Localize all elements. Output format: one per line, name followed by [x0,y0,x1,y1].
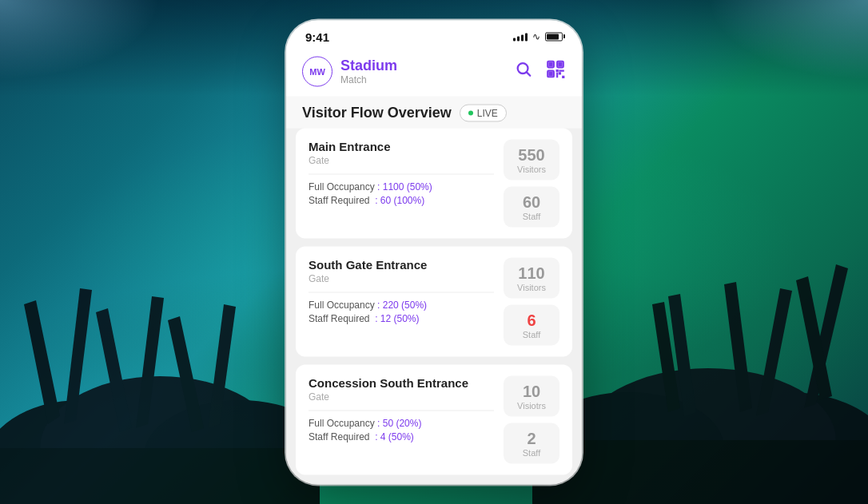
phone-mockup: 9:41 ∿ MW Stadium Match [286,20,582,484]
card-left-2: South Gate Entrance Gate Full Occupancy … [309,257,494,345]
card-right-3: 10 Visiotrs 2 Staff [504,375,559,463]
staff-row-1: Staff Required : 60 (100%) [309,194,494,205]
crowd-left [0,145,320,504]
card-concession-south[interactable]: Concession South Entrance Gate Full Occu… [296,364,572,474]
occupancy-row-1: Full Occupancy : 1100 (50%) [309,181,494,192]
staff-value-1: : 60 (100%) [375,194,424,205]
card-type-3: Gate [309,391,494,402]
svg-line-9 [527,73,530,76]
status-time: 9:41 [305,30,329,43]
staff-row-3: Staff Required : 4 (50%) [309,431,494,442]
visitors-number-3: 10 [513,382,550,399]
visitors-box-3: 10 Visiotrs [504,375,559,416]
card-name-3: Concession South Entrance [309,375,494,389]
staff-number-3: 2 [513,429,550,446]
occupancy-value-3: : 50 (20%) [377,417,421,428]
occupancy-row-3: Full Occupancy : 50 (20%) [309,417,494,428]
section-header: Visitor Flow Overview LIVE [286,96,582,128]
card-right-1: 550 Visitors 60 Staff [504,139,559,227]
svg-rect-3 [0,448,320,504]
staff-box-2: 6 Staff [504,304,559,345]
staff-row-2: Staff Required : 12 (50%) [309,312,494,323]
live-badge: LIVE [460,104,507,121]
svg-rect-14 [559,63,561,65]
signal-icon [513,32,528,42]
qr-icon[interactable] [545,59,566,84]
svg-rect-13 [549,63,551,65]
staff-number-2: 6 [513,311,550,328]
divider-3 [309,410,494,411]
live-label: LIVE [477,107,498,118]
staff-box-1: 60 Staff [504,186,559,227]
visitors-label-3: Visiotrs [513,400,550,410]
live-dot [468,110,473,115]
app-header: MW Stadium Match [286,50,582,96]
card-left-1: Main Entrance Gate Full Occupancy : 1100… [309,139,494,227]
card-stats-1: Full Occupancy : 1100 (50%) Staff Requir… [309,181,494,205]
visitors-box-1: 550 Visitors [504,139,559,180]
card-name-2: South Gate Entrance [309,257,494,271]
cards-container: Main Entrance Gate Full Occupancy : 1100… [286,128,582,484]
staff-number-1: 60 [513,192,550,210]
card-type-2: Gate [309,272,494,284]
divider-1 [309,173,494,174]
staff-box-3: 2 Staff [504,423,559,463]
visitors-label-1: Visitors [513,164,550,173]
staff-value-3: : 4 (50%) [375,431,414,442]
app-subtitle: Match [340,74,515,85]
search-icon[interactable] [515,61,532,82]
card-south-gate[interactable]: South Gate Entrance Gate Full Occupancy … [296,246,572,356]
svg-rect-7 [532,440,868,504]
card-left-3: Concession South Entrance Gate Full Occu… [309,375,494,463]
visitors-number-1: 550 [513,145,550,163]
occupancy-row-2: Full Occupancy : 220 (50%) [309,299,494,310]
phone-wrapper: 9:41 ∿ MW Stadium Match [286,20,582,484]
staff-label-3: Staff [513,447,550,457]
status-icons: ∿ [513,31,563,42]
stadium-light-right [708,0,868,80]
wifi-icon: ∿ [532,31,540,42]
occupancy-value-1: : 1100 (50%) [377,181,432,192]
card-name-1: Main Entrance [309,139,494,153]
card-right-2: 110 Visitors 6 Staff [504,257,559,345]
divider-2 [309,292,494,292]
visitors-number-2: 110 [513,264,550,281]
card-main-entrance[interactable]: Main Entrance Gate Full Occupancy : 1100… [296,128,572,238]
section-title: Visitor Flow Overview [302,105,452,121]
card-stats-3: Full Occupancy : 50 (20%) Staff Required… [309,417,494,442]
app-title-group: Stadium Match [340,58,515,85]
occupancy-value-2: : 220 (50%) [377,299,427,310]
staff-label-2: Staff [513,329,550,339]
card-type-1: Gate [309,154,494,165]
stadium-light-left [0,0,160,80]
card-stats-2: Full Occupancy : 220 (50%) Staff Require… [309,299,494,323]
app-title: Stadium [340,58,515,74]
svg-rect-15 [549,73,551,75]
status-bar: 9:41 ∿ [286,20,582,50]
header-icons [515,59,566,84]
visitors-label-2: Visitors [513,282,550,292]
visitors-box-2: 110 Visitors [504,257,559,298]
battery-icon [545,32,563,41]
staff-value-2: : 12 (50%) [375,312,419,323]
app-logo: MW [302,56,332,86]
staff-label-1: Staff [513,211,550,220]
